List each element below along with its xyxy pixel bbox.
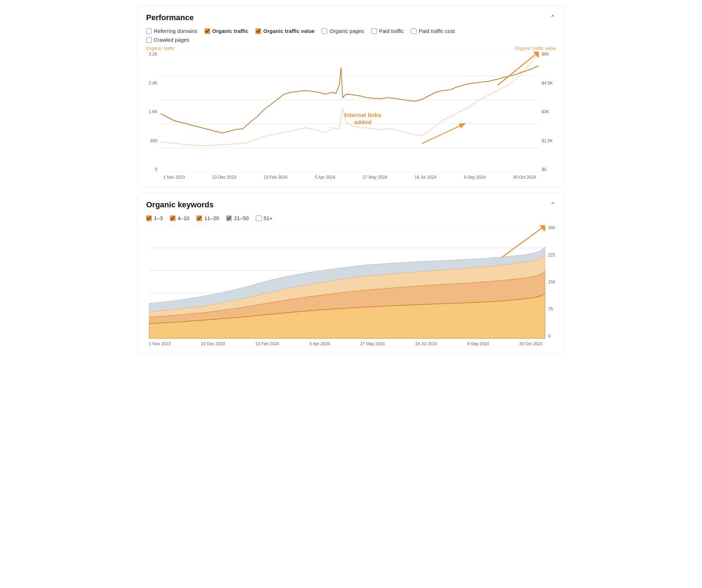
checkbox-organic-traffic-input[interactable] [205,28,210,34]
y-right-3k: $3K [542,109,556,114]
performance-svg-container: Internal linksadded [160,52,539,173]
kw-y-150: 150 [548,279,556,284]
kw-label-11-20: 11–20 [204,215,219,221]
checkbox-organic-pages-label: Organic pages [329,28,364,34]
checkbox-referring-domains[interactable]: Referring domains [146,28,197,34]
y-right-4500: $4.5K [542,81,556,86]
chart-right-label: Organic traffic value [515,46,556,51]
checkbox-organic-traffic[interactable]: Organic traffic [205,28,249,34]
chart-left-label: Organic traffic [146,46,175,51]
annotation-arrow-line [422,126,460,144]
y-left-0: 0 [146,167,157,172]
kw-x-label-6: 8 Sep 2024 [467,341,489,346]
kw-y-225: 225 [548,253,556,258]
performance-title: Performance [146,13,194,22]
checkbox-organic-traffic-value[interactable]: Organic traffic value [255,28,315,34]
checkbox-paid-traffic-input[interactable] [371,28,377,34]
kw-y-0: 0 [548,334,556,339]
checkbox-organic-pages[interactable]: Organic pages [322,28,364,34]
performance-chart-area: Organic traffic Organic traffic value 3.… [146,46,556,180]
performance-header: Performance ⌃ [146,13,556,22]
checkbox-paid-traffic-cost-input[interactable] [411,28,416,34]
kw-checkbox-4-10-input[interactable] [170,215,176,221]
x-label-6: 8 Sep 2024 [464,175,485,180]
kw-y-left-spacer [146,225,149,340]
kw-x-label-7: 30 Oct 2024 [519,341,542,346]
kw-y-300: 300 [548,225,556,230]
kw-x-label-5: 18 Jul 2024 [415,341,437,346]
performance-checkboxes-row1: Referring domains Organic traffic Organi… [146,28,556,34]
checkbox-paid-traffic-cost-label: Paid traffic cost [419,28,455,34]
y-left-2400: 2.4K [146,81,157,86]
kw-label-4-10: 4–10 [178,215,189,221]
kw-checkboxes-row: 1–3 4–10 11–20 21–50 51+ [146,215,556,221]
kw-checkbox-51plus[interactable]: 51+ [256,215,272,221]
checkbox-paid-traffic-label: Paid traffic [379,28,404,34]
kw-y-75: 75 [548,307,556,312]
performance-chart-wrapper: 3.2K 2.4K 1.6K 800 0 [146,52,556,173]
x-label-5: 18 Jul 2024 [415,175,437,180]
kw-label-1-3: 1–3 [154,215,163,221]
y-left-1600: 1.6K [146,109,157,114]
kw-svg-container [149,225,545,340]
performance-section: Performance ⌃ Referring domains Organic … [137,6,565,187]
organic-keywords-collapse-icon[interactable]: ⌃ [550,201,556,209]
kw-checkbox-51plus-input[interactable] [256,215,261,221]
y-axis-right: $6K $4.5K $3K $1.5K $0 [539,52,556,172]
kw-x-label-3: 5 Apr 2024 [309,341,330,346]
chart-axis-labels-top: Organic traffic Organic traffic value [146,46,556,51]
performance-checkboxes-row2: Crawled pages [146,37,556,43]
y-left-3200: 3.2K [146,52,157,57]
y-right-0: $0 [542,167,556,172]
y-left-800: 800 [146,138,157,143]
checkbox-crawled-pages-input[interactable] [146,37,152,43]
kw-x-label-0: 1 Nov 2023 [149,341,171,346]
kw-chart-wrapper: 300 225 150 75 0 [146,225,556,340]
x-label-3: 5 Apr 2024 [315,175,335,180]
kw-checkbox-21-50[interactable]: 21–50 [226,215,249,221]
checkbox-organic-pages-input[interactable] [322,28,327,34]
x-label-2: 13 Feb 2024 [264,175,287,180]
checkbox-paid-traffic-cost[interactable]: Paid traffic cost [411,28,455,34]
checkbox-crawled-pages-label: Crawled pages [154,37,189,43]
kw-checkbox-1-3-input[interactable] [146,215,152,221]
kw-x-label-4: 27 May 2024 [360,341,385,346]
y-right-6k: $6K [542,52,556,57]
organic-keywords-section: Organic keywords ⌃ 1–3 4–10 11–20 21–50 … [137,193,565,354]
kw-checkbox-1-3[interactable]: 1–3 [146,215,163,221]
checkbox-organic-traffic-value-label: Organic traffic value [263,28,315,34]
organic-keywords-title: Organic keywords [146,200,214,209]
organic-keywords-chart-area: 300 225 150 75 0 1 Nov 2023 23 Dec 2023 … [146,225,556,346]
x-label-0: 1 Nov 2023 [163,175,185,180]
kw-checkbox-21-50-input[interactable] [226,215,232,221]
x-label-4: 27 May 2024 [363,175,387,180]
kw-y-axis-right: 300 225 150 75 0 [545,225,556,339]
kw-checkbox-11-20-input[interactable] [196,215,202,221]
organic-keywords-header: Organic keywords ⌃ [146,200,556,209]
x-label-1: 23 Dec 2023 [212,175,236,180]
kw-x-label-1: 23 Dec 2023 [201,341,225,346]
kw-checkbox-4-10[interactable]: 4–10 [170,215,189,221]
annotation-label: Internal linksadded [344,112,381,126]
performance-collapse-icon[interactable]: ⌃ [550,13,556,22]
y-axis-left: 3.2K 2.4K 1.6K 800 0 [146,52,160,172]
kw-chart-svg [149,225,545,339]
checkbox-crawled-pages[interactable]: Crawled pages [146,37,189,43]
kw-label-51plus: 51+ [264,215,272,221]
checkbox-organic-traffic-value-input[interactable] [255,28,261,34]
kw-x-label-2: 13 Feb 2024 [255,341,279,346]
y-right-1500: $1.5K [542,138,556,143]
checkbox-organic-traffic-label: Organic traffic [212,28,249,34]
checkbox-referring-domains-label: Referring domains [154,28,197,34]
kw-checkbox-11-20[interactable]: 11–20 [196,215,219,221]
x-label-7: 30 Oct 2024 [513,175,536,180]
checkbox-paid-traffic[interactable]: Paid traffic [371,28,404,34]
kw-label-21-50: 21–50 [234,215,249,221]
checkbox-referring-domains-input[interactable] [146,28,152,34]
